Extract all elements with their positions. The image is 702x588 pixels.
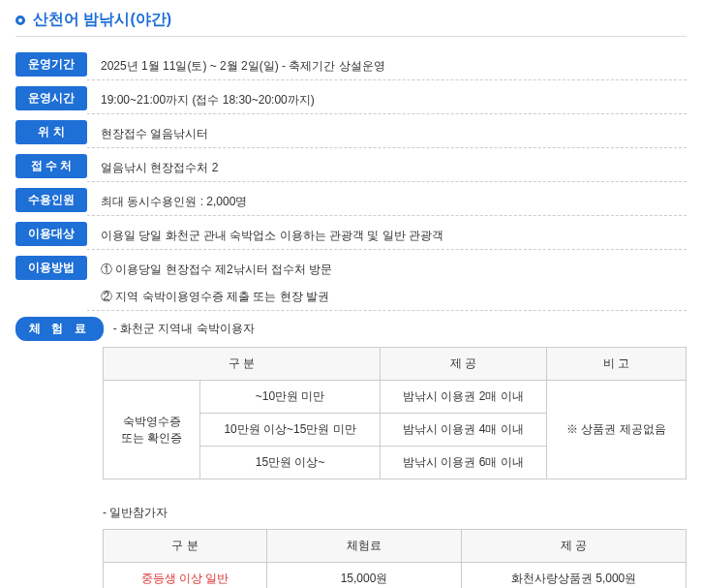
value-hours: 19:00~21:00까지 (접수 18:30~20:00까지) bbox=[87, 86, 687, 114]
label-register: 접 수 처 bbox=[15, 154, 87, 178]
label-fee: 체 험 료 bbox=[15, 317, 104, 341]
table-row: 중등생 이상 일반 15,000원 화천사랑상품권 5,000원 bbox=[104, 563, 687, 589]
label-period: 운영기간 bbox=[15, 52, 87, 77]
fee-stay-table: 구 분 제 공 비 고 숙박영수증 또는 확인증 ~10만원 미만 밤낚시 이용… bbox=[103, 347, 687, 480]
cell-category: 중등생 이상 일반 bbox=[104, 563, 267, 589]
row-period: 운영기간 2025년 1월 11일(토) ~ 2월 2일(일) - 축제기간 상… bbox=[15, 52, 687, 80]
label-capacity: 수용인원 bbox=[15, 188, 87, 212]
cell-range: ~10만원 미만 bbox=[200, 381, 381, 414]
th-fee: 체험료 bbox=[266, 530, 461, 563]
cell-range: 15만원 이상~ bbox=[200, 447, 381, 480]
table-row: 숙박영수증 또는 확인증 ~10만원 미만 밤낚시 이용권 2매 이내 ※ 상품… bbox=[104, 381, 687, 414]
method-line2: ② 지역 숙박이용영수증 제출 또는 현장 발권 bbox=[101, 288, 687, 305]
th-note: 비 고 bbox=[546, 348, 686, 381]
th-provide: 제 공 bbox=[462, 530, 687, 563]
cell-note: ※ 상품권 제공없음 bbox=[546, 381, 686, 480]
fee-general-table: 구 분 체험료 제 공 중등생 이상 일반 15,000원 화천사랑상품권 5,… bbox=[103, 529, 687, 588]
label-hours: 운영시간 bbox=[15, 86, 87, 110]
th-category: 구 분 bbox=[104, 530, 267, 563]
row-target: 이용대상 이용일 당일 화천군 관내 숙박업소 이용하는 관광객 및 일반 관광… bbox=[15, 222, 687, 250]
value-method: ① 이용당일 현장접수 제2낚시터 접수처 방문 ② 지역 숙박이용영수증 제출… bbox=[87, 256, 687, 311]
fee-stay-block: 구 분 제 공 비 고 숙박영수증 또는 확인증 ~10만원 미만 밤낚시 이용… bbox=[103, 347, 687, 480]
row-method: 이용방법 ① 이용당일 현장접수 제2낚시터 접수처 방문 ② 지역 숙박이용영… bbox=[15, 256, 687, 311]
page-title: 산천어 밤낚시(야간) bbox=[33, 10, 171, 30]
value-register: 얼음낚시 현장접수처 2 bbox=[87, 154, 687, 182]
page-title-row: 산천어 밤낚시(야간) bbox=[15, 10, 687, 37]
row-capacity: 수용인원 최대 동시수용인원 : 2,000명 bbox=[15, 188, 687, 216]
value-period: 2025년 1월 11일(토) ~ 2월 2일(일) - 축제기간 상설운영 bbox=[87, 52, 687, 80]
table-header-row: 구 분 체험료 제 공 bbox=[104, 530, 687, 563]
cell-range: 10만원 이상~15만원 미만 bbox=[200, 414, 381, 447]
cell-provide: 화천사랑상품권 5,000원 bbox=[462, 563, 687, 589]
row-fee: 체 험 료 - 화천군 지역내 숙박이용자 bbox=[15, 317, 687, 341]
row-register: 접 수 처 얼음낚시 현장접수처 2 bbox=[15, 154, 687, 182]
cell-provide: 밤낚시 이용권 6매 이내 bbox=[381, 447, 547, 480]
value-location: 현장접수 얼음낚시터 bbox=[87, 120, 687, 148]
th-category: 구 분 bbox=[104, 348, 381, 381]
th-provide: 제 공 bbox=[381, 348, 547, 381]
fee-stay-heading-inline: - 화천군 지역내 숙박이용자 bbox=[113, 321, 255, 337]
label-location: 위 치 bbox=[15, 120, 87, 144]
label-method: 이용방법 bbox=[15, 256, 87, 280]
cell-rowhead: 숙박영수증 또는 확인증 bbox=[104, 381, 200, 480]
table-header-row: 구 분 제 공 비 고 bbox=[104, 348, 687, 381]
value-target: 이용일 당일 화천군 관내 숙박업소 이용하는 관광객 및 일반 관광객 bbox=[87, 222, 687, 250]
value-capacity: 최대 동시수용인원 : 2,000명 bbox=[87, 188, 687, 216]
cell-fee: 15,000원 bbox=[266, 563, 461, 589]
row-hours: 운영시간 19:00~21:00까지 (접수 18:30~20:00까지) bbox=[15, 86, 687, 114]
label-target: 이용대상 bbox=[15, 222, 87, 246]
bullet-icon bbox=[15, 15, 25, 25]
row-location: 위 치 현장접수 얼음낚시터 bbox=[15, 120, 687, 148]
fee-general-heading: - 일반참가자 bbox=[103, 497, 687, 527]
method-line1: ① 이용당일 현장접수 제2낚시터 접수처 방문 bbox=[101, 261, 687, 278]
cell-provide: 밤낚시 이용권 4매 이내 bbox=[381, 414, 547, 447]
cell-provide: 밤낚시 이용권 2매 이내 bbox=[381, 381, 547, 414]
fee-general-block: - 일반참가자 구 분 체험료 제 공 중등생 이상 일반 15,000원 화천… bbox=[103, 497, 687, 588]
